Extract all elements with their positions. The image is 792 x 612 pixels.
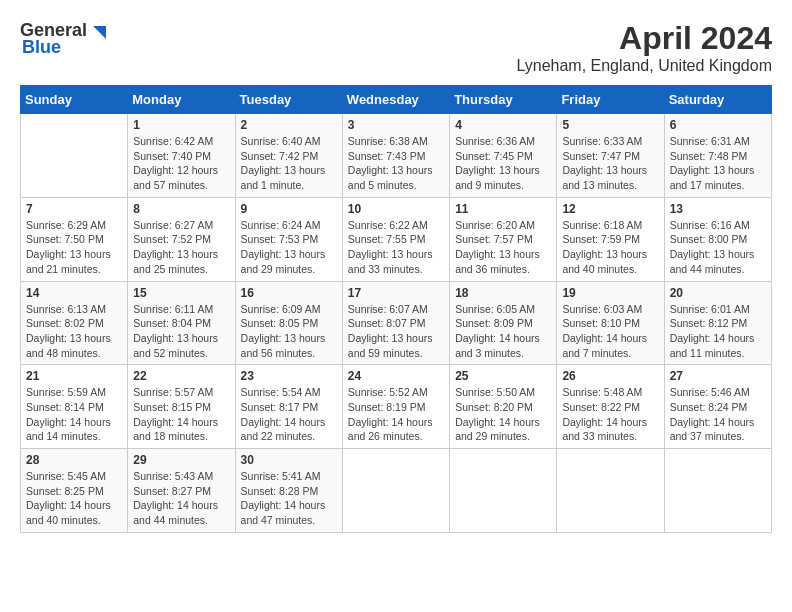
day-number: 9 [241,202,337,216]
day-info: Sunrise: 6:01 AM Sunset: 8:12 PM Dayligh… [670,302,766,361]
calendar-day-cell: 18Sunrise: 6:05 AM Sunset: 8:09 PM Dayli… [450,281,557,365]
calendar-day-cell: 10Sunrise: 6:22 AM Sunset: 7:55 PM Dayli… [342,197,449,281]
calendar-day-cell: 24Sunrise: 5:52 AM Sunset: 8:19 PM Dayli… [342,365,449,449]
day-info: Sunrise: 6:29 AM Sunset: 7:50 PM Dayligh… [26,218,122,277]
logo-triangle-icon [88,22,106,40]
calendar-body: 1Sunrise: 6:42 AM Sunset: 7:40 PM Daylig… [21,114,772,533]
calendar-header-cell: Tuesday [235,86,342,114]
day-info: Sunrise: 5:41 AM Sunset: 8:28 PM Dayligh… [241,469,337,528]
day-info: Sunrise: 6:22 AM Sunset: 7:55 PM Dayligh… [348,218,444,277]
calendar: SundayMondayTuesdayWednesdayThursdayFrid… [20,85,772,533]
day-number: 11 [455,202,551,216]
day-number: 21 [26,369,122,383]
day-info: Sunrise: 5:43 AM Sunset: 8:27 PM Dayligh… [133,469,229,528]
calendar-day-cell: 8Sunrise: 6:27 AM Sunset: 7:52 PM Daylig… [128,197,235,281]
day-info: Sunrise: 5:48 AM Sunset: 8:22 PM Dayligh… [562,385,658,444]
calendar-header-cell: Sunday [21,86,128,114]
day-info: Sunrise: 6:16 AM Sunset: 8:00 PM Dayligh… [670,218,766,277]
calendar-day-cell: 1Sunrise: 6:42 AM Sunset: 7:40 PM Daylig… [128,114,235,198]
calendar-week-row: 1Sunrise: 6:42 AM Sunset: 7:40 PM Daylig… [21,114,772,198]
calendar-day-cell: 23Sunrise: 5:54 AM Sunset: 8:17 PM Dayli… [235,365,342,449]
calendar-day-cell: 21Sunrise: 5:59 AM Sunset: 8:14 PM Dayli… [21,365,128,449]
day-info: Sunrise: 5:46 AM Sunset: 8:24 PM Dayligh… [670,385,766,444]
calendar-week-row: 28Sunrise: 5:45 AM Sunset: 8:25 PM Dayli… [21,449,772,533]
calendar-day-cell: 4Sunrise: 6:36 AM Sunset: 7:45 PM Daylig… [450,114,557,198]
day-number: 26 [562,369,658,383]
day-info: Sunrise: 6:40 AM Sunset: 7:42 PM Dayligh… [241,134,337,193]
calendar-day-cell: 6Sunrise: 6:31 AM Sunset: 7:48 PM Daylig… [664,114,771,198]
calendar-day-cell: 15Sunrise: 6:11 AM Sunset: 8:04 PM Dayli… [128,281,235,365]
calendar-day-cell: 12Sunrise: 6:18 AM Sunset: 7:59 PM Dayli… [557,197,664,281]
calendar-day-cell [450,449,557,533]
calendar-header-cell: Monday [128,86,235,114]
day-number: 6 [670,118,766,132]
day-info: Sunrise: 5:54 AM Sunset: 8:17 PM Dayligh… [241,385,337,444]
calendar-day-cell: 30Sunrise: 5:41 AM Sunset: 8:28 PM Dayli… [235,449,342,533]
day-number: 10 [348,202,444,216]
day-number: 30 [241,453,337,467]
calendar-header-cell: Thursday [450,86,557,114]
day-number: 12 [562,202,658,216]
logo: General Blue [20,20,106,58]
day-number: 22 [133,369,229,383]
day-number: 4 [455,118,551,132]
day-info: Sunrise: 6:03 AM Sunset: 8:10 PM Dayligh… [562,302,658,361]
day-number: 14 [26,286,122,300]
day-number: 17 [348,286,444,300]
calendar-week-row: 21Sunrise: 5:59 AM Sunset: 8:14 PM Dayli… [21,365,772,449]
calendar-week-row: 14Sunrise: 6:13 AM Sunset: 8:02 PM Dayli… [21,281,772,365]
day-info: Sunrise: 5:45 AM Sunset: 8:25 PM Dayligh… [26,469,122,528]
day-number: 20 [670,286,766,300]
header: General Blue April 2024 Lyneham, England… [20,20,772,75]
calendar-week-row: 7Sunrise: 6:29 AM Sunset: 7:50 PM Daylig… [21,197,772,281]
day-info: Sunrise: 6:07 AM Sunset: 8:07 PM Dayligh… [348,302,444,361]
day-info: Sunrise: 5:52 AM Sunset: 8:19 PM Dayligh… [348,385,444,444]
day-info: Sunrise: 6:11 AM Sunset: 8:04 PM Dayligh… [133,302,229,361]
day-number: 25 [455,369,551,383]
calendar-day-cell: 5Sunrise: 6:33 AM Sunset: 7:47 PM Daylig… [557,114,664,198]
calendar-day-cell: 19Sunrise: 6:03 AM Sunset: 8:10 PM Dayli… [557,281,664,365]
day-info: Sunrise: 6:20 AM Sunset: 7:57 PM Dayligh… [455,218,551,277]
calendar-day-cell: 22Sunrise: 5:57 AM Sunset: 8:15 PM Dayli… [128,365,235,449]
calendar-day-cell: 29Sunrise: 5:43 AM Sunset: 8:27 PM Dayli… [128,449,235,533]
day-number: 7 [26,202,122,216]
day-number: 27 [670,369,766,383]
day-info: Sunrise: 6:38 AM Sunset: 7:43 PM Dayligh… [348,134,444,193]
day-info: Sunrise: 6:13 AM Sunset: 8:02 PM Dayligh… [26,302,122,361]
location-title: Lyneham, England, United Kingdom [516,57,772,75]
calendar-day-cell: 14Sunrise: 6:13 AM Sunset: 8:02 PM Dayli… [21,281,128,365]
day-info: Sunrise: 5:50 AM Sunset: 8:20 PM Dayligh… [455,385,551,444]
calendar-header-cell: Friday [557,86,664,114]
day-info: Sunrise: 6:18 AM Sunset: 7:59 PM Dayligh… [562,218,658,277]
svg-marker-0 [93,26,106,39]
calendar-day-cell: 11Sunrise: 6:20 AM Sunset: 7:57 PM Dayli… [450,197,557,281]
calendar-header-row: SundayMondayTuesdayWednesdayThursdayFrid… [21,86,772,114]
calendar-day-cell: 17Sunrise: 6:07 AM Sunset: 8:07 PM Dayli… [342,281,449,365]
day-number: 19 [562,286,658,300]
calendar-day-cell: 13Sunrise: 6:16 AM Sunset: 8:00 PM Dayli… [664,197,771,281]
day-number: 28 [26,453,122,467]
day-number: 24 [348,369,444,383]
day-info: Sunrise: 5:57 AM Sunset: 8:15 PM Dayligh… [133,385,229,444]
day-number: 29 [133,453,229,467]
calendar-day-cell: 3Sunrise: 6:38 AM Sunset: 7:43 PM Daylig… [342,114,449,198]
day-info: Sunrise: 5:59 AM Sunset: 8:14 PM Dayligh… [26,385,122,444]
calendar-day-cell: 7Sunrise: 6:29 AM Sunset: 7:50 PM Daylig… [21,197,128,281]
month-title: April 2024 [516,20,772,57]
calendar-header-cell: Saturday [664,86,771,114]
day-number: 3 [348,118,444,132]
day-number: 18 [455,286,551,300]
calendar-day-cell: 2Sunrise: 6:40 AM Sunset: 7:42 PM Daylig… [235,114,342,198]
title-area: April 2024 Lyneham, England, United King… [516,20,772,75]
day-number: 16 [241,286,337,300]
calendar-day-cell: 27Sunrise: 5:46 AM Sunset: 8:24 PM Dayli… [664,365,771,449]
calendar-day-cell [21,114,128,198]
calendar-day-cell: 28Sunrise: 5:45 AM Sunset: 8:25 PM Dayli… [21,449,128,533]
day-info: Sunrise: 6:09 AM Sunset: 8:05 PM Dayligh… [241,302,337,361]
calendar-day-cell [557,449,664,533]
day-number: 1 [133,118,229,132]
day-info: Sunrise: 6:27 AM Sunset: 7:52 PM Dayligh… [133,218,229,277]
day-number: 2 [241,118,337,132]
day-info: Sunrise: 6:31 AM Sunset: 7:48 PM Dayligh… [670,134,766,193]
day-number: 13 [670,202,766,216]
